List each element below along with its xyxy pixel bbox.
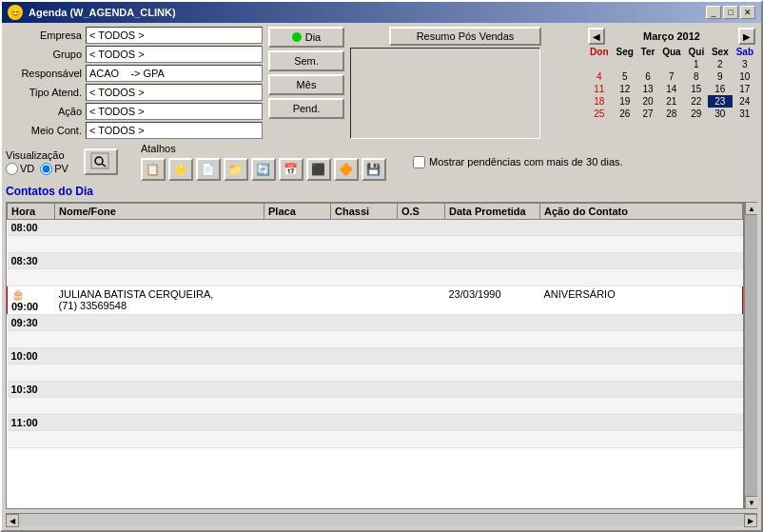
scroll-down-button[interactable]: ▼ xyxy=(745,496,757,509)
table-row[interactable] xyxy=(8,431,743,448)
cal-day-header: Sex xyxy=(708,46,733,58)
search-button[interactable] xyxy=(84,148,118,175)
calendar-day[interactable]: 13 xyxy=(637,83,658,95)
cell-acao-contato xyxy=(540,382,743,398)
dia-button[interactable]: Dia xyxy=(268,27,344,48)
tipo-atend-input[interactable] xyxy=(86,84,263,101)
calendar-day[interactable]: 30 xyxy=(708,108,733,120)
calendar-day[interactable]: 27 xyxy=(637,108,658,120)
table-row[interactable]: 10:00 xyxy=(8,348,743,365)
radio-vd[interactable]: VD xyxy=(6,163,34,175)
calendar-day[interactable]: 2 xyxy=(708,58,733,70)
calendar-day[interactable]: 7 xyxy=(658,70,685,83)
table-container[interactable]: Hora Nome/Fone Placa Chassi O.S Data Pro… xyxy=(6,202,744,509)
calendar-day[interactable]: 6 xyxy=(637,70,658,83)
table-row[interactable] xyxy=(8,398,743,415)
table-row[interactable]: 09:30 xyxy=(8,315,743,331)
close-button[interactable]: ✕ xyxy=(740,6,755,19)
pendencias-checkbox[interactable] xyxy=(413,156,425,168)
vertical-scrollbar[interactable]: ▲ ▼ xyxy=(744,202,757,509)
calendar-day[interactable]: 8 xyxy=(685,70,708,83)
cell-time: 09:30 xyxy=(8,315,55,331)
calendar-prev-button[interactable]: ◀ xyxy=(588,28,605,45)
main-window: 😊 Agenda (W_AGENDA_CLINK) _ □ ✕ Empresa … xyxy=(0,0,763,532)
calendar-day[interactable]: 31 xyxy=(733,108,757,120)
scroll-left-button[interactable]: ◀ xyxy=(6,514,19,527)
cell-placa xyxy=(264,331,331,348)
acao-input[interactable] xyxy=(86,103,263,120)
meio-cont-input[interactable] xyxy=(86,122,263,139)
calendar-day[interactable]: 14 xyxy=(658,83,685,95)
atalho-5-button[interactable]: 🔄 xyxy=(251,158,276,181)
cell-chassi xyxy=(331,269,398,286)
horizontal-scrollbar[interactable]: ◀ ▶ xyxy=(6,513,757,526)
meio-cont-row: Meio Cont. xyxy=(6,122,263,139)
table-row[interactable] xyxy=(8,236,743,253)
scroll-right-button[interactable]: ▶ xyxy=(744,514,757,527)
mes-button[interactable]: Mês xyxy=(268,74,344,95)
minimize-button[interactable]: _ xyxy=(706,6,721,19)
responsavel-row: Responsável xyxy=(6,65,263,82)
resumo-button[interactable]: Resumo Pós Vendas xyxy=(389,27,541,46)
calendar-day[interactable]: 23 xyxy=(708,95,733,108)
calendar-day[interactable]: 26 xyxy=(613,108,637,120)
cell-chassi xyxy=(331,253,398,269)
table-row[interactable] xyxy=(8,331,743,348)
calendar-day[interactable]: 1 xyxy=(685,58,708,70)
cell-nome: JULIANA BATISTA CERQUEIRA, (71) 33569548 xyxy=(55,286,264,315)
calendar-day[interactable]: 19 xyxy=(613,95,637,108)
atalho-1-button[interactable]: 📋 xyxy=(141,158,166,181)
calendar-day[interactable]: 12 xyxy=(613,83,637,95)
empresa-input[interactable] xyxy=(86,27,263,44)
table-row[interactable]: 11:00 xyxy=(8,415,743,431)
empresa-label: Empresa xyxy=(6,30,82,41)
radio-pv-input[interactable] xyxy=(40,163,52,175)
calendar-day[interactable]: 10 xyxy=(733,70,757,83)
cell-time: 🎂09:00 xyxy=(8,286,55,315)
calendar-day[interactable]: 17 xyxy=(733,83,757,95)
calendar-day[interactable]: 18 xyxy=(586,95,613,108)
scroll-up-button[interactable]: ▲ xyxy=(745,202,757,215)
grupo-input[interactable] xyxy=(86,46,263,63)
calendar-day[interactable]: 4 xyxy=(586,70,613,83)
responsavel-input[interactable] xyxy=(86,65,263,82)
calendar-day[interactable]: 15 xyxy=(685,83,708,95)
calendar-day[interactable]: 24 xyxy=(733,95,757,108)
cell-acao-contato xyxy=(540,415,743,431)
cell-time: 10:00 xyxy=(8,348,55,365)
table-row[interactable] xyxy=(8,269,743,286)
atalho-2-button[interactable]: ⭐ xyxy=(168,158,193,181)
atalho-4-button[interactable]: 📁 xyxy=(224,158,248,181)
cell-placa xyxy=(264,382,331,398)
table-row[interactable]: 10:30 xyxy=(8,382,743,398)
table-row[interactable] xyxy=(8,365,743,382)
calendar-day[interactable]: 5 xyxy=(613,70,637,83)
atalho-7-button[interactable]: ⬛ xyxy=(306,158,331,181)
calendar-day[interactable]: 28 xyxy=(658,108,685,120)
calendar-day[interactable]: 20 xyxy=(637,95,658,108)
atalho-3-button[interactable]: 📄 xyxy=(196,158,221,181)
calendar-day[interactable]: 21 xyxy=(658,95,685,108)
calendar-day[interactable]: 25 xyxy=(586,108,613,120)
calendar-day[interactable]: 11 xyxy=(586,83,613,95)
main-content: Empresa Grupo Responsável Tipo Atend. Aç… xyxy=(2,23,761,530)
atalho-6-button[interactable]: 📅 xyxy=(279,158,303,181)
calendar-day[interactable]: 3 xyxy=(733,58,757,70)
atalho-8-button[interactable]: 🔶 xyxy=(334,158,359,181)
calendar-next-button[interactable]: ▶ xyxy=(738,28,755,45)
atalho-9-button[interactable]: 💾 xyxy=(362,158,386,181)
table-row[interactable]: 08:00 xyxy=(8,220,743,236)
pend-button[interactable]: Pend. xyxy=(268,98,344,119)
sem-button[interactable]: Sem. xyxy=(268,50,344,71)
calendar-day[interactable]: 9 xyxy=(708,70,733,83)
radio-vd-input[interactable] xyxy=(6,163,18,175)
table-row[interactable]: 08:30 xyxy=(8,253,743,269)
table-row[interactable]: 🎂09:00JULIANA BATISTA CERQUEIRA, (71) 33… xyxy=(8,286,743,315)
maximize-button[interactable]: □ xyxy=(723,6,738,19)
calendar-day[interactable]: 29 xyxy=(685,108,708,120)
calendar-day[interactable]: 16 xyxy=(708,83,733,95)
window-title: Agenda (W_AGENDA_CLINK) xyxy=(29,7,176,18)
radio-pv[interactable]: PV xyxy=(40,163,68,175)
calendar-day[interactable]: 22 xyxy=(685,95,708,108)
calendar-header: ◀ Março 2012 ▶ xyxy=(586,27,757,46)
